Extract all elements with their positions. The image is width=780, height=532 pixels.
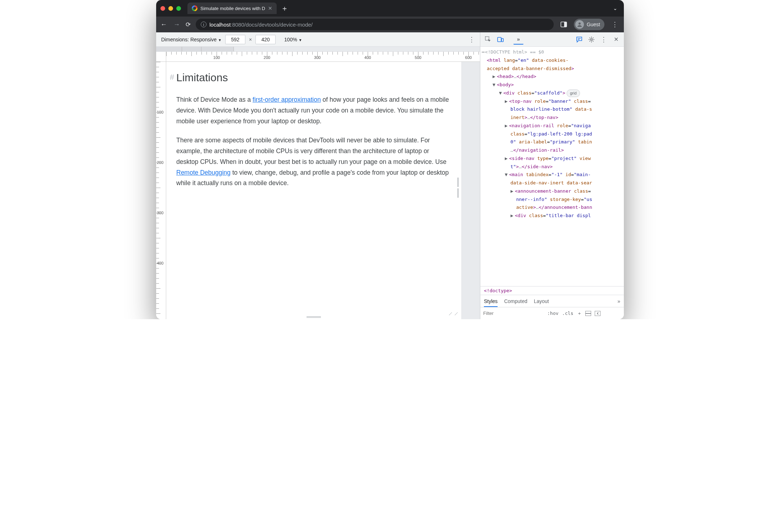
vertical-resize-handle[interactable]: [458, 178, 460, 198]
zoom-dropdown[interactable]: 100% ▼: [284, 37, 302, 42]
site-info-icon[interactable]: i: [201, 22, 207, 27]
device-toggle-button[interactable]: [495, 35, 505, 45]
tab-computed[interactable]: Computed: [504, 298, 527, 304]
first-order-link[interactable]: first-order approximation: [253, 96, 321, 103]
omnibox[interactable]: i localhost:8080/docs/devtools/device-mo…: [196, 19, 554, 30]
heading-anchor-icon[interactable]: #: [170, 70, 174, 84]
devtools-panel: » ⋮ ✕ ⋯<!DOCTYPE html> == $0 <html lang=…: [480, 32, 624, 319]
remote-debugging-link[interactable]: Remote Debugging: [176, 169, 231, 176]
minimize-window-button[interactable]: [168, 6, 173, 11]
window-controls: [160, 6, 181, 11]
close-tab-button[interactable]: ✕: [268, 5, 272, 11]
dimension-separator: ×: [249, 37, 252, 42]
tab-styles[interactable]: Styles: [484, 298, 498, 307]
chrome-favicon-icon: [192, 5, 198, 11]
new-style-button[interactable]: ＋: [577, 310, 582, 317]
feedback-button[interactable]: [574, 35, 584, 45]
svg-rect-4: [498, 37, 501, 42]
svg-point-2: [579, 23, 581, 25]
styles-tabs-overflow[interactable]: »: [617, 298, 620, 304]
page-paragraph: Think of Device Mode as a first-order ap…: [176, 95, 451, 127]
horizontal-ruler: 100 200 300 400 500 600: [166, 52, 480, 62]
ruler-corner: [156, 52, 166, 62]
breadcrumb[interactable]: <!doctype>: [480, 286, 624, 295]
class-toggle[interactable]: .cls: [562, 311, 573, 316]
horizontal-resize-handle[interactable]: [307, 316, 321, 318]
device-viewport: #Limitations Think of Device Mode as a f…: [166, 62, 480, 319]
styles-tabs: Styles Computed Layout »: [480, 295, 624, 307]
profile-label: Guest: [587, 22, 600, 27]
page-frame[interactable]: #Limitations Think of Device Mode as a f…: [166, 62, 461, 319]
page-paragraph: There are some aspects of mobile devices…: [176, 135, 451, 189]
browser-menu-button[interactable]: ⋮: [609, 20, 620, 28]
settings-button[interactable]: [586, 35, 597, 45]
styles-filter-row: :hov .cls ＋: [480, 307, 624, 319]
device-toolbar-menu[interactable]: ⋮: [468, 36, 475, 43]
width-input[interactable]: [225, 35, 245, 44]
reload-button[interactable]: ⟳: [186, 21, 191, 28]
vertical-ruler: 100 200 300 400: [156, 62, 166, 319]
address-bar-row: ← → ⟳ i localhost:8080/docs/devtools/dev…: [156, 17, 624, 32]
tab-title: Simulate mobile devices with D: [200, 6, 265, 11]
hover-toggle[interactable]: :hov: [547, 311, 558, 316]
devtools-menu-button[interactable]: ⋮: [599, 35, 609, 45]
svg-rect-11: [595, 311, 600, 316]
forward-button[interactable]: →: [173, 21, 181, 28]
browser-tab[interactable]: Simulate mobile devices with D ✕: [187, 3, 277, 14]
devtools-close-button[interactable]: ✕: [611, 35, 621, 45]
sidebar-toggle-icon[interactable]: [595, 311, 600, 316]
avatar-icon: [575, 20, 584, 29]
profile-chip[interactable]: Guest: [574, 19, 604, 30]
filter-input[interactable]: [483, 311, 544, 316]
panel-toggle-icon[interactable]: [559, 19, 569, 29]
inspect-element-button[interactable]: [483, 35, 493, 45]
tab-layout[interactable]: Layout: [534, 298, 549, 304]
height-input[interactable]: [255, 35, 276, 44]
tab-overflow-button[interactable]: ⌄: [611, 5, 620, 11]
dom-tree[interactable]: ⋯<!DOCTYPE html> == $0 <html lang="en" d…: [480, 47, 624, 286]
close-window-button[interactable]: [160, 6, 165, 11]
url-text: localhost:8080/docs/devtools/device-mode…: [209, 22, 313, 28]
page-heading: #Limitations: [176, 68, 451, 87]
svg-rect-1: [564, 22, 567, 27]
svg-point-8: [591, 38, 593, 40]
back-button[interactable]: ←: [160, 21, 168, 28]
tab-strip: Simulate mobile devices with D ✕ ＋ ⌄: [156, 0, 624, 17]
maximize-window-button[interactable]: [176, 6, 181, 11]
corner-resize-handle[interactable]: ⟋⟋: [448, 311, 459, 317]
dimensions-dropdown[interactable]: Dimensions: Responsive ▼: [161, 37, 222, 42]
tabs-overflow-button[interactable]: »: [513, 35, 523, 45]
svg-rect-5: [502, 38, 503, 42]
new-tab-button[interactable]: ＋: [281, 4, 288, 13]
device-toolbar: Dimensions: Responsive ▼ × 100% ▼ ⋮: [156, 32, 480, 47]
computed-toggle-icon[interactable]: [585, 311, 591, 316]
devtools-toolbar: » ⋮ ✕: [480, 32, 624, 47]
breakpoint-bar[interactable]: [156, 47, 480, 52]
